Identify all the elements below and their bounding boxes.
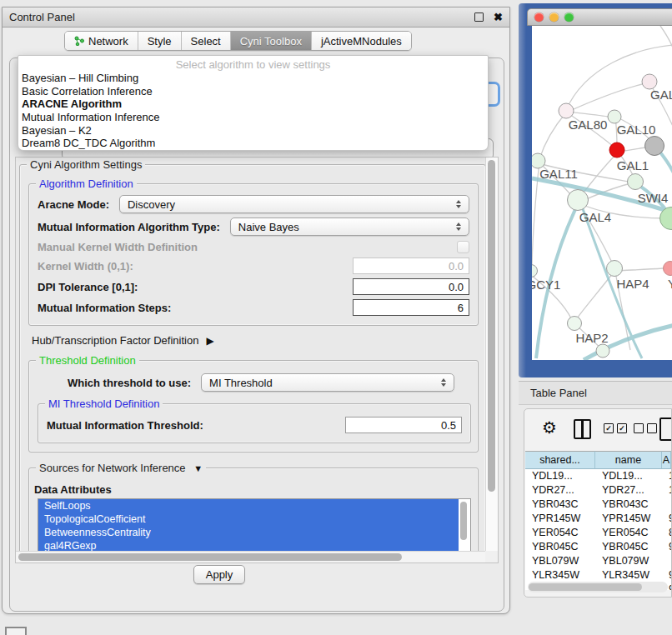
collapse-triangle-icon: ▼ — [193, 463, 203, 473]
tab-network[interactable]: Network — [65, 32, 138, 50]
close-icon[interactable]: ✖ — [494, 13, 503, 22]
dropdown-placeholder: Select algorithm to view settings — [18, 58, 488, 72]
dpi-tolerance-input[interactable]: 0.0 — [353, 278, 469, 295]
hub-definition-toggle[interactable]: Hub/Transcription Factor Definition ▶ — [32, 334, 485, 347]
mi-threshold-label: Mutual Information Threshold: — [47, 419, 203, 432]
column-header[interactable]: A — [662, 451, 671, 469]
network-node[interactable] — [532, 265, 538, 278]
settings-scrollpane: Cyni Algorithm Settings Algorithm Defini… — [15, 157, 499, 563]
select-all-icon[interactable]: ✓✓ — [604, 423, 627, 433]
algorithm-definition-group: Algorithm Definition Aracne Mode: Discov… — [28, 183, 479, 326]
network-node[interactable] — [664, 262, 672, 276]
table-row[interactable]: YBR043CYBR043C — [525, 498, 671, 512]
network-node[interactable] — [608, 110, 621, 123]
data-attributes-list[interactable]: SelfLoops TopologicalCoefficient Between… — [38, 498, 471, 552]
list-item[interactable]: BetweennessCentrality — [38, 526, 459, 539]
mi-algorithm-type-combobox[interactable]: Naive Bayes — [230, 218, 469, 236]
control-panel-titlebar: Control Panel ✖ — [3, 8, 509, 28]
tab-jactivemnodules[interactable]: jActiveMNodules — [311, 32, 411, 50]
table-toolbar: ⚙ ✓✓ — [524, 409, 671, 449]
table-row[interactable]: YLR345WYLR345W9. — [525, 568, 671, 582]
dpi-tolerance-row: DPI Tolerance [0,1]: 0.0 — [38, 278, 469, 295]
node-label: GAL11 — [539, 167, 578, 181]
network-node[interactable] — [645, 137, 664, 156]
kernel-width-label: Kernel Width (0,1): — [38, 260, 133, 272]
gear-icon[interactable]: ⚙ — [542, 418, 557, 437]
node-label: GAL10 — [617, 122, 656, 137]
data-attributes-label: Data Attributes — [34, 483, 478, 496]
dropdown-item[interactable]: Basic Correlation Inference — [18, 85, 488, 98]
apply-button[interactable]: Apply — [193, 565, 245, 584]
zoom-traffic-light[interactable] — [564, 12, 574, 22]
node-label: SWI4 — [638, 191, 669, 205]
minimize-traffic-light[interactable] — [549, 12, 559, 22]
network-window: GAL GAL80 GAL10 GAL1 GAL11 SWI4 GAL4 GCY… — [527, 8, 672, 378]
algorithm-dropdown-list: Select algorithm to view settings Bayesi… — [18, 55, 489, 151]
mi-threshold-row: Mutual Information Threshold: 0.5 — [47, 417, 462, 433]
mi-threshold-definition-title: MI Threshold Definition — [45, 398, 163, 410]
control-panel-window: Control Panel ✖ Network Style Select Cyn… — [2, 7, 510, 614]
table-row[interactable]: YER054CYER054C8. — [525, 526, 671, 540]
list-scrollbar[interactable] — [459, 500, 469, 552]
table-row[interactable]: YBL079WYBL079W — [525, 554, 671, 568]
deselect-all-icon[interactable] — [634, 423, 657, 433]
panel-handle[interactable] — [5, 627, 27, 635]
export-table-icon[interactable] — [659, 418, 672, 441]
network-node[interactable] — [568, 317, 582, 331]
settings-vertical-scrollbar[interactable] — [485, 158, 498, 552]
mi-threshold-input[interactable]: 0.5 — [345, 417, 462, 433]
settings-horizontal-scrollbar[interactable] — [16, 551, 485, 562]
network-canvas[interactable]: GAL GAL80 GAL10 GAL1 GAL11 SWI4 GAL4 GCY… — [532, 26, 672, 360]
network-window-titlebar[interactable] — [527, 8, 672, 26]
column-header[interactable]: name — [595, 451, 662, 469]
table-row[interactable]: YDL19...YDL19...13 — [525, 469, 671, 483]
network-node[interactable] — [628, 174, 644, 190]
table-panel-title: Table Panel — [519, 387, 587, 399]
dropdown-item[interactable]: Bayesian – Hill Climbing — [18, 72, 488, 85]
dropdown-item[interactable]: Dream8 DC_TDC Algorithm — [18, 137, 488, 150]
dropdown-item-selected[interactable]: ARACNE Algorithm — [18, 98, 488, 111]
node-label: HAP2 — [575, 331, 608, 345]
cyni-algorithm-settings-group: Cyni Algorithm Settings Algorithm Defini… — [19, 164, 485, 552]
table-panel-headerbar: Table Panel — [519, 381, 672, 405]
table-row[interactable]: YBR045CYBR045C9. — [525, 540, 671, 554]
cyni-algorithm-settings-title: Cyni Algorithm Settings — [27, 158, 145, 171]
column-header[interactable]: shared... — [525, 451, 595, 469]
tab-cyni-toolbox[interactable]: Cyni Toolbox — [230, 32, 311, 50]
network-node[interactable] — [568, 190, 589, 211]
network-node[interactable] — [607, 261, 623, 277]
network-node-selected-red[interactable] — [609, 142, 624, 158]
node-table: shared... name A YDL19...YDL19...13 YDR2… — [525, 451, 671, 590]
network-tab-icon — [74, 36, 84, 46]
kernel-width-input[interactable]: 0.0 — [353, 258, 469, 274]
column-browser-icon[interactable] — [574, 419, 591, 439]
which-threshold-combobox[interactable]: MI Threshold — [201, 373, 454, 392]
table-rows: YDL19...YDL19...13 YDR27...YDR27...12 YB… — [525, 469, 671, 590]
dropdown-item[interactable]: Bayesian – K2 — [18, 124, 488, 138]
tab-select[interactable]: Select — [181, 32, 230, 50]
mi-type-row: Mutual Information Algorithm Type: Naive… — [38, 218, 469, 236]
tab-style[interactable]: Style — [138, 32, 181, 50]
table-horizontal-scrollbar[interactable] — [528, 582, 668, 592]
mi-steps-input[interactable]: 6 — [353, 299, 469, 316]
table-row[interactable]: YDR27...YDR27...12 — [525, 483, 671, 498]
manual-kernel-checkbox[interactable] — [457, 241, 469, 253]
list-item[interactable]: SelfLoops — [38, 499, 459, 512]
close-traffic-light[interactable] — [534, 12, 544, 22]
kernel-width-row: Kernel Width (0,1): 0.0 — [38, 258, 469, 274]
float-window-icon[interactable] — [474, 12, 484, 22]
control-panel-tabbar: Network Style Select Cyni Toolbox jActiv… — [64, 31, 412, 51]
sources-title[interactable]: Sources for Network Inference ▼ — [36, 462, 206, 474]
mi-steps-row: Mutual Information Steps: 6 — [38, 299, 469, 316]
algorithm-definition-title: Algorithm Definition — [36, 178, 137, 190]
network-node[interactable] — [596, 344, 609, 358]
aracne-mode-label: Aracne Mode: — [38, 198, 109, 211]
table-row[interactable]: YPR145WYPR145W9. — [525, 512, 671, 526]
list-item[interactable]: TopologicalCoefficient — [38, 512, 459, 526]
dropdown-item[interactable]: Mutual Information Inference — [18, 111, 488, 124]
network-node[interactable] — [559, 103, 574, 118]
aracne-mode-combobox[interactable]: Discovery — [119, 195, 469, 213]
node-label: GAL — [650, 88, 672, 102]
stepper-icon — [440, 378, 447, 387]
list-item[interactable]: gal4RGexp — [38, 539, 459, 552]
